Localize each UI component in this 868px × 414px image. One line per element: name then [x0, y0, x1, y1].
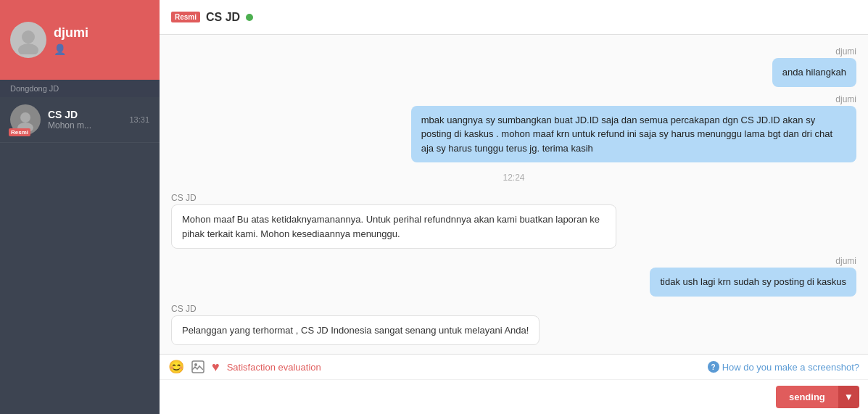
contact-item-cs-jd[interactable]: Resmi CS JD Mohon m... 13:31: [0, 97, 160, 143]
user-role-icon: 👤: [54, 44, 88, 55]
bottom-bar: 😊 ♥ Satisfaction evaluation ? How do you…: [160, 354, 868, 414]
app-title: Dongdong JD: [0, 80, 160, 97]
toolbar: 😊 ♥ Satisfaction evaluation ? How do you…: [160, 355, 868, 380]
msg-group: djumi tidak ush lagi krn sudah sy postin…: [171, 256, 856, 297]
msg-sender: djumi: [835, 256, 856, 266]
contact-info: CS JD Mohon m...: [48, 109, 122, 131]
svg-point-0: [22, 30, 35, 44]
input-area: sending ▼: [160, 380, 868, 414]
msg-group: djumi anda hilangkah: [171, 46, 856, 87]
satisfaction-evaluation-button[interactable]: Satisfaction evaluation: [227, 362, 321, 373]
user-info: djumi 👤: [54, 25, 88, 55]
help-label: How do you make a screenshot?: [722, 362, 859, 373]
image-icon[interactable]: [191, 360, 204, 373]
msg-bubble: tidak ush lagi krn sudah sy posting di k…: [650, 268, 856, 297]
resmi-tag: Resmi: [171, 12, 200, 22]
msg-bubble: anda hilangkah: [772, 58, 856, 87]
contact-preview: Mohon m...: [48, 120, 122, 131]
msg-group: djumi mbak uangnya sy sumbangkan buat JD…: [171, 94, 856, 163]
heart-icon[interactable]: ♥: [212, 360, 220, 375]
svg-point-1: [18, 44, 38, 54]
username: djumi: [54, 25, 88, 41]
sidebar-header: djumi 👤: [0, 0, 160, 80]
messages-container: djumi anda hilangkah djumi mbak uangnya …: [160, 35, 868, 354]
help-section[interactable]: ? How do you make a screenshot?: [708, 361, 859, 373]
svg-rect-4: [192, 361, 204, 373]
svg-point-2: [20, 112, 30, 123]
msg-group: CS JD Mohon maaf Bu atas ketidaknyamanan…: [171, 193, 856, 249]
message-input[interactable]: [168, 387, 770, 407]
contact-avatar: Resmi: [10, 104, 41, 135]
msg-bubble: Pelanggan yang terhormat , CS JD Indones…: [171, 315, 540, 346]
timestamp: 12:24: [171, 173, 856, 183]
main-chat: Resmi CS JD djumi anda hilangkah djumi m…: [160, 0, 868, 414]
msg-bubble: mbak uangnya sy sumbangkan buat JD.ID sa…: [411, 106, 856, 163]
chevron-down-icon: ▼: [844, 392, 853, 402]
msg-bubble: Mohon maaf Bu atas ketidaknyamanannya. U…: [171, 204, 616, 249]
emoji-icon[interactable]: 😊: [168, 359, 184, 375]
svg-point-5: [194, 363, 197, 366]
cs-label: CS JD: [171, 304, 197, 314]
contact-name: CS JD: [48, 109, 122, 120]
contact-time: 13:31: [129, 115, 149, 124]
resmi-badge: Resmi: [9, 128, 30, 136]
send-button-group: sending ▼: [776, 386, 859, 408]
chat-header: Resmi CS JD: [160, 0, 868, 35]
msg-group: CS JD Pelanggan yang terhormat , CS JD I…: [171, 304, 856, 346]
cs-label: CS JD: [171, 193, 197, 203]
help-icon: ?: [708, 361, 719, 373]
msg-sender: djumi: [835, 94, 856, 104]
send-dropdown-button[interactable]: ▼: [838, 386, 859, 408]
send-button[interactable]: sending: [776, 386, 838, 408]
user-avatar: [10, 22, 46, 58]
online-indicator: [246, 14, 253, 21]
msg-sender: djumi: [835, 46, 856, 57]
sidebar: djumi 👤 Dongdong JD Resmi CS JD Mohon m.…: [0, 0, 160, 414]
chat-title: CS JD: [206, 11, 240, 24]
